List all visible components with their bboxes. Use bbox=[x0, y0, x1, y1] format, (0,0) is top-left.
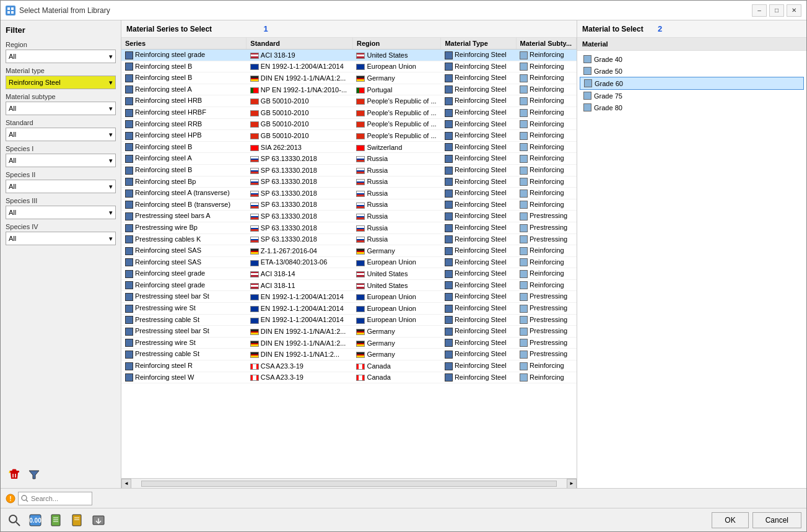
table-row[interactable]: Prestressing steel bar St EN 1992-1-1:20… bbox=[121, 291, 577, 303]
scrollbar-track[interactable] bbox=[141, 481, 557, 487]
species1-select[interactable]: All ▾ bbox=[6, 154, 116, 167]
material-item[interactable]: Grade 40 bbox=[580, 53, 804, 65]
table-row[interactable]: Prestressing wire Bp SP 63.13330.2018 Ru… bbox=[121, 222, 577, 233]
species2-chevron-icon: ▾ bbox=[109, 183, 113, 191]
table-row[interactable]: Reinforcing steel A NP EN 1992-1-1/NA:20… bbox=[121, 84, 577, 95]
col-header-matsub: Material Subty... bbox=[516, 38, 576, 50]
table-row[interactable]: Reinforcing steel HPB GB 50010-2010 Peop… bbox=[121, 130, 577, 142]
material-item[interactable]: Grade 50 bbox=[580, 65, 804, 77]
standard-select[interactable]: All ▾ bbox=[6, 128, 116, 141]
table-row[interactable]: Reinforcing steel A (transverse) SP 63.1… bbox=[121, 188, 577, 199]
filter-button[interactable] bbox=[25, 466, 43, 483]
cell-series: Reinforcing steel B bbox=[121, 72, 246, 84]
table-row[interactable]: Reinforcing steel grade ACI 318-19 Unite… bbox=[121, 50, 577, 61]
table-row[interactable]: Reinforcing steel W CSA A23.3-19 Canada … bbox=[121, 372, 577, 383]
titlebar-controls: – □ ✕ bbox=[752, 4, 801, 17]
search-toolbar-button[interactable] bbox=[6, 512, 23, 529]
svg-rect-21 bbox=[72, 515, 81, 526]
cell-matsub: Prestressing bbox=[516, 326, 576, 338]
delete-filter-button[interactable] bbox=[6, 466, 23, 483]
material-col-header: Material bbox=[577, 38, 806, 51]
report-toolbar-button[interactable] bbox=[69, 512, 86, 529]
calculator-toolbar-button[interactable]: 0.00 bbox=[27, 512, 44, 529]
search-area[interactable] bbox=[18, 492, 92, 505]
book-toolbar-button[interactable] bbox=[48, 512, 65, 529]
table-row[interactable]: Reinforcing steel SAS ETA-13/0840:2013-0… bbox=[121, 256, 577, 268]
cell-series: Reinforcing steel SAS bbox=[121, 245, 246, 257]
cell-standard: DIN EN 1992-1-1/NA1:2... bbox=[246, 349, 353, 360]
table-row[interactable]: Reinforcing steel Bp SP 63.13330.2018 Ru… bbox=[121, 176, 577, 188]
maximize-button[interactable]: □ bbox=[769, 4, 784, 17]
material-item[interactable]: Grade 80 bbox=[580, 102, 804, 113]
ok-button[interactable]: OK bbox=[712, 512, 748, 528]
table-row[interactable]: Reinforcing steel B SP 63.13330.2018 Rus… bbox=[121, 164, 577, 176]
cell-matsub: Reinforcing bbox=[516, 199, 576, 211]
cell-mattype: Reinforcing Steel bbox=[441, 107, 516, 118]
cell-matsub: Reinforcing bbox=[516, 141, 576, 153]
horizontal-scrollbar[interactable]: ◄ ► bbox=[121, 478, 577, 488]
series-table-container[interactable]: Series Standard Region Material Type Mat… bbox=[121, 38, 577, 478]
cell-region: Canada bbox=[352, 360, 440, 372]
table-row[interactable]: Prestressing cables K SP 63.13330.2018 R… bbox=[121, 233, 577, 245]
table-row[interactable]: Prestressing steel bar St DIN EN 1992-1-… bbox=[121, 326, 577, 338]
cell-matsub: Reinforcing bbox=[516, 50, 576, 61]
region-select[interactable]: All ▾ bbox=[6, 50, 116, 63]
cancel-button[interactable]: Cancel bbox=[752, 512, 801, 528]
table-row[interactable]: Prestressing wire St EN 1992-1-1:2004/A1… bbox=[121, 303, 577, 315]
table-row[interactable]: Reinforcing steel R CSA A23.3-19 Canada … bbox=[121, 360, 577, 372]
minimize-button[interactable]: – bbox=[752, 4, 767, 17]
main-content: Filter Region All ▾ Material type Reinfo… bbox=[1, 20, 806, 488]
cell-standard: SP 63.13330.2018 bbox=[246, 153, 353, 165]
statusbar: 0.00 bbox=[1, 508, 806, 531]
col-header-region: Region bbox=[352, 38, 440, 50]
cell-mattype: Reinforcing Steel bbox=[441, 84, 516, 95]
cell-region: Russia bbox=[352, 222, 440, 233]
table-row[interactable]: Reinforcing steel B EN 1992-1-1:2004/A1:… bbox=[121, 61, 577, 72]
scroll-right-arrow[interactable]: ► bbox=[567, 479, 577, 489]
material-type-select[interactable]: Reinforcing Steel ▾ bbox=[6, 76, 116, 89]
table-row[interactable]: Reinforcing steel SAS Z-1.1-267:2016-04 … bbox=[121, 245, 577, 257]
species3-select[interactable]: All ▾ bbox=[6, 206, 116, 219]
export-toolbar-button[interactable] bbox=[90, 512, 107, 529]
scroll-left-arrow[interactable]: ◄ bbox=[121, 479, 131, 489]
close-button[interactable]: ✕ bbox=[787, 4, 801, 17]
svg-rect-1 bbox=[11, 7, 14, 10]
table-row[interactable]: Reinforcing steel A SP 63.13330.2018 Rus… bbox=[121, 153, 577, 165]
material-subtype-group: Material subtype All ▾ bbox=[6, 93, 116, 115]
material-subtype-label: Material subtype bbox=[6, 93, 116, 100]
window-title: Select Material from Library bbox=[19, 6, 110, 15]
table-row[interactable]: Reinforcing steel grade ACI 318-14 Unite… bbox=[121, 268, 577, 280]
cell-region: European Union bbox=[352, 303, 440, 315]
table-row[interactable]: Reinforcing steel B SIA 262:2013 Switzer… bbox=[121, 141, 577, 153]
cell-mattype: Reinforcing Steel bbox=[441, 372, 516, 383]
table-row[interactable]: Prestressing wire St DIN EN 1992-1-1/NA/… bbox=[121, 337, 577, 349]
material-subtype-select[interactable]: All ▾ bbox=[6, 102, 116, 115]
cell-region: Russia bbox=[352, 211, 440, 222]
table-row[interactable]: Reinforcing steel grade ACI 318-11 Unite… bbox=[121, 279, 577, 291]
cell-series: Prestressing cable St bbox=[121, 314, 246, 326]
species4-select[interactable]: All ▾ bbox=[6, 232, 116, 245]
cell-region: Switzerland bbox=[352, 141, 440, 153]
material-item[interactable]: Grade 75 bbox=[580, 90, 804, 102]
table-row[interactable]: Prestressing steel bars A SP 63.13330.20… bbox=[121, 211, 577, 222]
cell-region: Russia bbox=[352, 188, 440, 199]
cell-region: United States bbox=[352, 50, 440, 61]
cell-region: Germany bbox=[352, 245, 440, 257]
table-row[interactable]: Prestressing cable St EN 1992-1-1:2004/A… bbox=[121, 314, 577, 326]
table-row[interactable]: Prestressing cable St DIN EN 1992-1-1/NA… bbox=[121, 349, 577, 360]
cell-series: Reinforcing steel B bbox=[121, 61, 246, 72]
material-item[interactable]: Grade 60 bbox=[580, 77, 804, 90]
table-row[interactable]: Reinforcing steel RRB GB 50010-2010 Peop… bbox=[121, 118, 577, 130]
table-row[interactable]: Reinforcing steel B DIN EN 1992-1-1/NA/A… bbox=[121, 72, 577, 84]
table-row[interactable]: Reinforcing steel HRB GB 50010-2010 Peop… bbox=[121, 95, 577, 107]
cell-matsub: Reinforcing bbox=[516, 61, 576, 72]
table-row[interactable]: Reinforcing steel B (transverse) SP 63.1… bbox=[121, 199, 577, 211]
cell-region: Russia bbox=[352, 199, 440, 211]
region-value: All bbox=[9, 53, 16, 60]
svg-rect-3 bbox=[11, 11, 14, 14]
species2-select[interactable]: All ▾ bbox=[6, 180, 116, 193]
cell-region: United States bbox=[352, 279, 440, 291]
cell-series: Reinforcing steel grade bbox=[121, 279, 246, 291]
search-input[interactable] bbox=[31, 495, 81, 502]
table-row[interactable]: Reinforcing steel HRBF GB 50010-2010 Peo… bbox=[121, 107, 577, 118]
